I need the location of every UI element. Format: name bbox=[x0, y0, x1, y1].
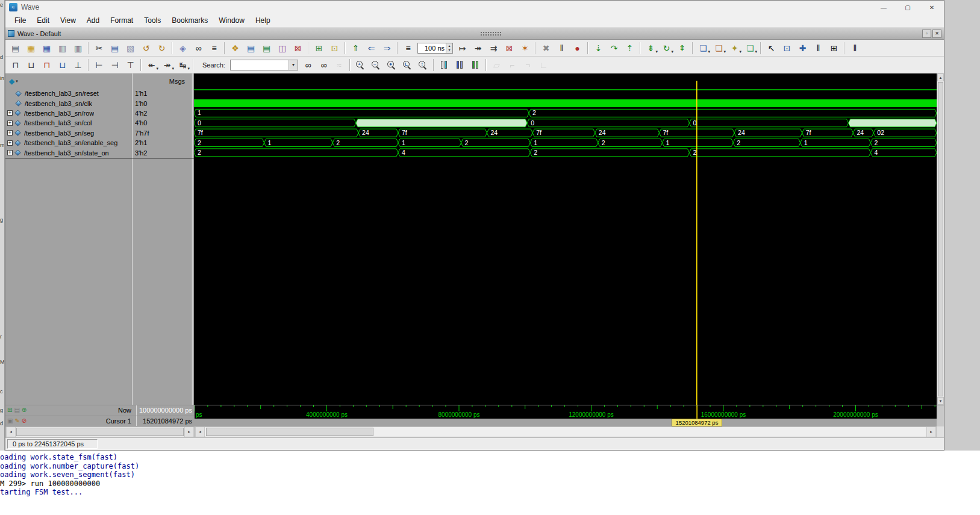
paste-button[interactable]: ▧ bbox=[123, 41, 138, 55]
scroll-left-icon[interactable]: ◂ bbox=[195, 427, 205, 437]
print-button[interactable]: ▥ bbox=[70, 41, 86, 55]
signal-row[interactable]: +/testbench_lab3_sn/seg bbox=[5, 128, 132, 138]
pane-grip-handle[interactable] bbox=[480, 31, 502, 36]
expand-toggle-icon[interactable]: + bbox=[7, 130, 13, 136]
run-length-field[interactable]: ▴▾ bbox=[417, 43, 453, 54]
maximize-button[interactable]: ▢ bbox=[896, 1, 920, 14]
menu-view[interactable]: View bbox=[55, 15, 81, 26]
kill-sim-button[interactable]: ● bbox=[570, 41, 585, 55]
timeline-ruler[interactable]: ps4000000000 ps8000000000 ps12000000000 … bbox=[195, 405, 937, 419]
menu-edit[interactable]: Edit bbox=[31, 15, 55, 26]
prev-transition-button[interactable]: ⇣ bbox=[591, 41, 606, 55]
undo-button[interactable]: ↺ bbox=[139, 41, 154, 55]
zoom-last-button[interactable]: L bbox=[400, 58, 415, 72]
insert-cursor-button[interactable]: ⊞ bbox=[311, 41, 326, 55]
wave-horizontal-scrollbar[interactable]: ◂ ▸ bbox=[195, 426, 937, 437]
delete-cursor-icon[interactable]: ⊘ bbox=[22, 418, 27, 424]
continue-run-button[interactable]: ↠ bbox=[470, 41, 485, 55]
lock-cursor-icon[interactable]: ▣ bbox=[7, 418, 13, 424]
expanded-time-delta-button[interactable]: ⌐ bbox=[505, 58, 520, 72]
menu-window[interactable]: Window bbox=[213, 15, 250, 26]
signal-row[interactable]: /testbench_lab3_sn/reset bbox=[5, 89, 132, 98]
wave-edit-paste-button[interactable]: ⊥ bbox=[70, 58, 86, 72]
run-length-spinner-icon[interactable]: ▴▾ bbox=[446, 43, 452, 53]
signal-row[interactable]: +/testbench_lab3_sn/row bbox=[5, 108, 132, 118]
signal-row[interactable]: +/testbench_lab3_sn/state_on bbox=[5, 148, 132, 157]
signal-row[interactable]: +/testbench_lab3_sn/col bbox=[5, 118, 132, 128]
names-scroll-thumb[interactable] bbox=[16, 428, 184, 436]
move-up-button[interactable]: ⇑ bbox=[348, 41, 363, 55]
menu-bookmarks[interactable]: Bookmarks bbox=[166, 15, 213, 26]
object-menu-icon[interactable]: ◆ bbox=[9, 77, 14, 86]
run-button[interactable]: ↦ bbox=[455, 41, 470, 55]
wave-scroll-thumb[interactable] bbox=[206, 428, 373, 436]
delete-wave-button[interactable]: ⊠ bbox=[290, 41, 305, 55]
add-to-list-button[interactable]: ▤ bbox=[243, 41, 258, 55]
restart-button[interactable]: ✶ bbox=[517, 41, 532, 55]
add-to-dataflow-button[interactable]: ◫ bbox=[275, 41, 290, 55]
signal-value-panel[interactable]: Msgs 1'h11'h04'h24'h07'h7f2'h13'h2 bbox=[133, 73, 191, 405]
pane-close-button[interactable]: ✕ bbox=[932, 30, 941, 38]
add-wave-button[interactable]: ❖ bbox=[228, 41, 243, 55]
insert-marker-icon[interactable]: ⊕ bbox=[22, 407, 27, 413]
marker-list-icon[interactable]: ▤ bbox=[14, 407, 19, 413]
search-options-button[interactable]: ≈ bbox=[332, 58, 347, 72]
waveform-canvas[interactable]: 120007f247f247f247f247f24022121212121224… bbox=[194, 73, 937, 405]
expand-toggle-icon[interactable]: + bbox=[7, 120, 13, 126]
pause-button[interactable]: ‖ bbox=[554, 41, 569, 55]
search-forward-button[interactable]: ∞ bbox=[301, 58, 316, 72]
menu-add[interactable]: Add bbox=[81, 15, 105, 26]
open-folder-button[interactable]: ▦ bbox=[23, 41, 39, 55]
menu-format[interactable]: Format bbox=[105, 15, 139, 26]
transcript-pane[interactable]: oading work.state_fsm(fast)oading work.n… bbox=[0, 451, 980, 515]
cursor1-row[interactable]: ▣✎⊘ Cursor 1 15201084972 ps bbox=[5, 416, 195, 427]
new-file-button[interactable]: ▤ bbox=[8, 41, 23, 55]
mode-compare-button[interactable] bbox=[452, 58, 467, 72]
wave-edit-delete-button[interactable]: ⊔ bbox=[23, 58, 39, 72]
signal-row[interactable]: /testbench_lab3_sn/clk bbox=[5, 98, 132, 108]
toggle-leaf-names-button[interactable]: ↹▾ bbox=[175, 58, 190, 72]
menu-file[interactable]: File bbox=[9, 15, 31, 26]
rename-cursor-icon[interactable]: ✎ bbox=[14, 418, 19, 424]
cursor-track[interactable]: 15201084972 ps bbox=[195, 419, 937, 426]
run-all-button[interactable]: ⇉ bbox=[486, 41, 501, 55]
zoom-out-button[interactable]: − bbox=[369, 58, 384, 72]
wave-edit-insert-button[interactable]: ⊓ bbox=[8, 58, 23, 72]
wave-edit-invert-button[interactable]: ⊓ bbox=[39, 58, 54, 72]
pan-mode-button[interactable]: ✚ bbox=[795, 41, 810, 55]
window-icons-button[interactable]: ✦▾ bbox=[727, 41, 742, 55]
copy-time-button[interactable]: ⊣ bbox=[107, 58, 122, 72]
paste-time-button[interactable]: ⊤ bbox=[123, 58, 138, 72]
expanded-time-off-button[interactable]: ▱ bbox=[489, 58, 504, 72]
find-button[interactable]: ∞ bbox=[191, 41, 206, 55]
find-transition-button[interactable]: ↷ bbox=[607, 41, 622, 55]
back-button[interactable]: ⇐ bbox=[364, 41, 379, 55]
signal-name-panel[interactable]: ◆ ▾ /testbench_lab3_sn/reset/testbench_l… bbox=[5, 73, 133, 405]
copy-button[interactable]: ▤ bbox=[107, 41, 122, 55]
cursor-pair-mode-button[interactable]: ‖ bbox=[811, 41, 826, 55]
wave-edit-mirror-button[interactable]: ⊔ bbox=[55, 58, 70, 72]
menu-tools[interactable]: Tools bbox=[139, 15, 166, 26]
zoom-range-button[interactable]: ↕ bbox=[416, 58, 431, 72]
scroll-right-icon[interactable]: ▸ bbox=[184, 427, 194, 437]
signal-row[interactable]: +/testbench_lab3_sn/enable_seg bbox=[5, 138, 132, 148]
search-reverse-button[interactable]: ∞ bbox=[316, 58, 331, 72]
cut-time-button[interactable]: ⊢ bbox=[92, 58, 107, 72]
edit-grid-button[interactable]: ⊡ bbox=[327, 41, 342, 55]
vertical-scrollbar[interactable]: ▴ ▾ bbox=[937, 73, 944, 405]
scroll-down-icon[interactable]: ▾ bbox=[937, 397, 944, 405]
expanded-time-all-button[interactable]: ∟ bbox=[536, 58, 551, 72]
combo-dropdown-icon[interactable]: ▾ bbox=[289, 60, 298, 70]
search-input[interactable] bbox=[231, 60, 289, 70]
zoom-select-mode-button[interactable]: ⊡ bbox=[779, 41, 794, 55]
mode-expanded-time-button[interactable] bbox=[468, 58, 483, 72]
close-button[interactable]: ✕ bbox=[920, 1, 944, 14]
expand-toggle-icon[interactable]: + bbox=[7, 150, 13, 155]
break-button[interactable]: ⊠ bbox=[502, 41, 517, 55]
zoom-in-button[interactable]: + bbox=[353, 58, 368, 72]
grid-mode-button[interactable]: ⊞ bbox=[826, 41, 841, 55]
window-group-button[interactable]: ❏▾ bbox=[743, 41, 758, 55]
vertical-scroll-thumb[interactable] bbox=[938, 82, 943, 396]
names-horizontal-scrollbar[interactable]: ◂ ▸ bbox=[5, 426, 195, 437]
add-time-marker-icon[interactable]: ⊞ bbox=[7, 407, 12, 413]
